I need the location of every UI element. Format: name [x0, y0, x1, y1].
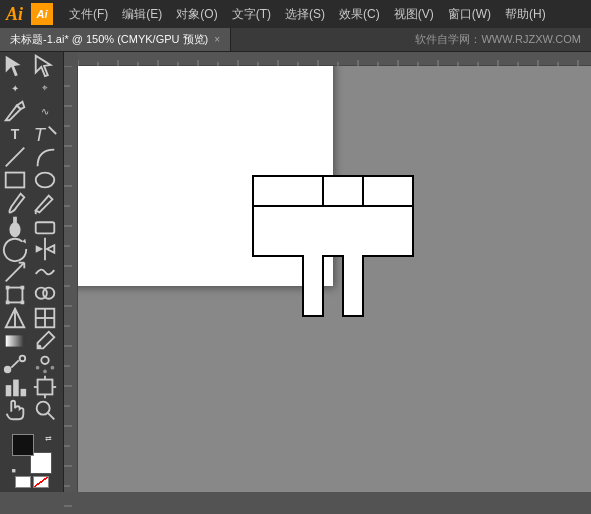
svg-marker-13	[36, 245, 43, 252]
svg-rect-9	[13, 217, 17, 224]
menu-select[interactable]: 选择(S)	[279, 4, 331, 25]
menu-effect[interactable]: 效果(C)	[333, 4, 386, 25]
arc-tool-button[interactable]	[32, 146, 58, 168]
active-tab[interactable]: 未标题-1.ai* @ 150% (CMYK/GPU 预览) ×	[0, 28, 231, 51]
svg-marker-11	[22, 239, 26, 244]
mesh-tool-button[interactable]	[32, 307, 58, 329]
svg-rect-5	[6, 173, 25, 188]
toolbox: ✦ ⌖ ∿ T T	[0, 52, 64, 492]
eyedropper-tool-button[interactable]	[32, 330, 58, 352]
vertical-ruler	[64, 66, 78, 492]
svg-point-37	[43, 370, 47, 374]
pants-shape	[233, 156, 433, 356]
svg-point-8	[9, 222, 20, 237]
blob-brush-tool-button[interactable]	[2, 215, 28, 237]
stroke-fill-none-row	[4, 476, 59, 488]
svg-marker-0	[6, 56, 21, 76]
canvas[interactable]	[78, 66, 591, 492]
menu-edit[interactable]: 编辑(E)	[116, 4, 168, 25]
svg-point-24	[43, 288, 54, 299]
canvas-row	[64, 66, 591, 492]
lasso-tool-button[interactable]: ⌖	[32, 77, 58, 99]
svg-point-32	[4, 366, 11, 373]
pen-tool-button[interactable]	[2, 100, 28, 122]
menu-window[interactable]: 窗口(W)	[442, 4, 497, 25]
svg-point-35	[36, 366, 40, 370]
svg-rect-30	[6, 335, 25, 346]
fg-bg-colors: ⇄ ■	[12, 434, 52, 474]
curvature-tool-button[interactable]: ∿	[32, 100, 58, 122]
svg-rect-40	[21, 389, 27, 396]
svg-rect-41	[38, 380, 53, 395]
svg-point-34	[41, 357, 48, 364]
none-box[interactable]	[33, 476, 49, 488]
swap-colors-icon[interactable]: ⇄	[45, 434, 52, 443]
magic-wand-tool-button[interactable]: ✦	[2, 77, 28, 99]
menu-file[interactable]: 文件(F)	[63, 4, 114, 25]
tab-title: 未标题-1.ai* @ 150% (CMYK/GPU 预览)	[10, 32, 208, 47]
svg-rect-19	[6, 286, 10, 290]
stroke-box[interactable]	[15, 476, 31, 488]
scale-tool-button[interactable]	[2, 261, 28, 283]
svg-point-46	[37, 402, 50, 415]
artboard-tool-button[interactable]	[32, 376, 58, 398]
svg-marker-1	[36, 56, 51, 76]
svg-rect-38	[6, 385, 12, 396]
svg-rect-21	[6, 301, 10, 305]
zoom-tool-button[interactable]	[32, 399, 58, 421]
pencil-tool-button[interactable]	[32, 192, 58, 214]
svg-rect-20	[21, 286, 25, 290]
rotate-tool-button[interactable]	[2, 238, 28, 260]
column-graph-tool-button[interactable]	[2, 376, 28, 398]
text-tool-button[interactable]: T	[2, 123, 28, 145]
svg-point-31	[38, 345, 42, 349]
tab-bar: 未标题-1.ai* @ 150% (CMYK/GPU 预览) × 软件自学网：W…	[0, 28, 591, 52]
svg-text:T: T	[34, 124, 47, 145]
reset-colors-icon[interactable]: ■	[12, 467, 16, 474]
tab-website: 软件自学网：WWW.RJZXW.COM	[415, 32, 591, 47]
ellipse-tool-button[interactable]	[32, 169, 58, 191]
svg-line-15	[6, 263, 25, 282]
menu-object[interactable]: 对象(O)	[170, 4, 223, 25]
tools-grid: ✦ ⌖ ∿ T T	[0, 52, 63, 423]
touch-type-tool-button[interactable]: T	[32, 123, 58, 145]
selection-tool-button[interactable]	[2, 54, 28, 76]
hand-tool-button[interactable]	[2, 399, 28, 421]
svg-marker-14	[47, 245, 54, 252]
svg-point-36	[51, 366, 55, 370]
svg-rect-22	[21, 301, 25, 305]
blend-tool-button[interactable]	[2, 353, 28, 375]
perspective-grid-tool-button[interactable]	[2, 307, 28, 329]
horizontal-ruler	[78, 52, 591, 66]
reflect-tool-button[interactable]	[32, 238, 58, 260]
svg-line-3	[49, 127, 56, 134]
rectangle-tool-button[interactable]	[2, 169, 28, 191]
svg-rect-18	[8, 288, 23, 303]
title-bar: Ai Ai 文件(F) 编辑(E) 对象(O) 文字(T) 选择(S) 效果(C…	[0, 0, 591, 28]
svg-point-6	[36, 173, 55, 188]
tab-close-button[interactable]: ×	[214, 34, 220, 45]
ai-logo: Ai	[6, 4, 23, 25]
menu-text[interactable]: 文字(T)	[226, 4, 277, 25]
eraser-tool-button[interactable]	[32, 215, 58, 237]
symbol-sprayer-tool-button[interactable]	[32, 353, 58, 375]
svg-line-47	[48, 413, 55, 420]
svg-line-4	[6, 148, 25, 167]
app-icon: Ai	[31, 3, 53, 25]
menu-bar: 文件(F) 编辑(E) 对象(O) 文字(T) 选择(S) 效果(C) 视图(V…	[63, 4, 552, 25]
menu-help[interactable]: 帮助(H)	[499, 4, 552, 25]
free-transform-tool-button[interactable]	[2, 284, 28, 306]
menu-view[interactable]: 视图(V)	[388, 4, 440, 25]
warp-tool-button[interactable]	[32, 261, 58, 283]
shape-builder-tool-button[interactable]	[32, 284, 58, 306]
line-tool-button[interactable]	[2, 146, 28, 168]
paintbrush-tool-button[interactable]	[2, 192, 28, 214]
foreground-color-swatch[interactable]	[12, 434, 34, 456]
color-area: ⇄ ■	[0, 430, 63, 492]
svg-rect-10	[36, 222, 55, 233]
svg-rect-39	[13, 380, 19, 397]
canvas-area-wrapper	[64, 52, 591, 492]
direct-selection-tool-button[interactable]	[32, 54, 58, 76]
svg-point-33	[20, 356, 26, 362]
gradient-tool-button[interactable]	[2, 330, 28, 352]
